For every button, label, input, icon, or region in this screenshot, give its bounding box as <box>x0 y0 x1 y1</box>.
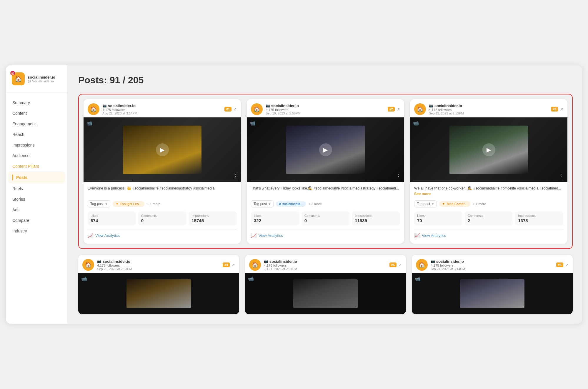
avatar: 🏠 <box>12 72 25 85</box>
card-media-1: 📹 ▶ ⋮ <box>84 117 241 182</box>
card-avatar-1: 🏠 <box>88 103 99 115</box>
view-analytics-button-2[interactable]: 📈 View Analytics <box>251 231 283 240</box>
sidebar-item-stories[interactable]: Stories <box>8 194 65 205</box>
external-link-icon-6[interactable]: ↗ <box>565 262 569 267</box>
stat-box-comments-1: Comments 0 <box>138 212 186 225</box>
post-card-4: 🏠 📷 socialinsider.io 4,175 followers Sep… <box>78 255 239 314</box>
card-profile-3: 📷 socialinsider.io 4,175 followers Sep 1… <box>429 104 548 115</box>
sidebar-item-engagement[interactable]: Engagement <box>8 119 65 129</box>
tag-more-1: + 1 more <box>147 202 160 206</box>
rank-badge-1: #1 <box>224 107 231 112</box>
card-stats-1: Likes 674 Comments 0 Impressions 15745 <box>88 212 237 225</box>
external-link-icon-1[interactable]: ↗ <box>233 107 237 112</box>
card-header-4: 🏠 📷 socialinsider.io 4,175 followers Sep… <box>78 255 239 273</box>
sidebar-item-label: Content <box>12 111 27 116</box>
stat-label-likes-1: Likes <box>91 214 133 217</box>
card-avatar-2: 🏠 <box>251 103 263 115</box>
post-card-6: 🏠 📷 socialinsider.io 4,175 followers Jan… <box>412 255 573 314</box>
card-followers-3: 4,175 followers <box>429 108 548 112</box>
card-rank-5: #5 ↗ <box>389 262 402 267</box>
sidebar-item-ads[interactable]: Ads <box>8 205 65 215</box>
svg-point-1 <box>12 73 13 74</box>
more-options-2[interactable]: ⋮ <box>396 173 401 179</box>
card-header-1: 🏠 📷 socialinsider.io 4,175 followers Aug… <box>84 99 241 117</box>
sidebar-item-label: Reels <box>12 186 23 191</box>
sidebar-item-summary[interactable]: Summary <box>8 97 65 108</box>
sidebar-item-posts[interactable]: Posts <box>8 172 65 183</box>
page-title: Posts: 91 / 205 <box>78 75 573 86</box>
post-card-3: 🏠 📷 socialinsider.io 4,175 followers Sep… <box>410 99 567 244</box>
card-username-2: 📷 socialinsider.io <box>266 104 385 108</box>
card-rank-2: #2 ↗ <box>388 107 400 112</box>
card-stats-2: Likes 322 Comments 0 Impressions 11939 <box>251 212 400 225</box>
sidebar-item-reels[interactable]: Reels <box>8 183 65 194</box>
rank-badge-2: #2 <box>388 107 395 112</box>
sidebar-item-industry[interactable]: Industry <box>8 226 65 236</box>
progress-bar-1 <box>86 180 238 180</box>
card-tags-3: Tag post ▼ ✦ Tech Career... + 1 more <box>414 200 563 207</box>
play-button-3[interactable]: ▶ <box>482 143 495 156</box>
sidebar-item-reach[interactable]: Reach <box>8 129 65 140</box>
more-options-3[interactable]: ⋮ <box>559 173 564 179</box>
sidebar-item-compare[interactable]: Compare <box>8 215 65 226</box>
card-header-5: 🏠 📷 socialinsider.io 4,175 followers Jul… <box>245 255 406 273</box>
rank-badge-3: #3 <box>551 107 558 112</box>
sidebar-item-label: Audience <box>12 153 29 158</box>
card-body-1: Everyone is a princess! 👑 #socialmediali… <box>84 182 241 244</box>
card-rank-3: #3 ↗ <box>551 107 563 112</box>
sidebar-item-impressions[interactable]: Impressions <box>8 140 65 150</box>
media-content-4 <box>78 273 239 314</box>
card-date-3: Sep 12, 2023 at 2:53PM <box>429 112 548 115</box>
see-more-link-3[interactable]: See more <box>414 192 431 196</box>
stat-value-comments-2: 0 <box>304 218 347 223</box>
external-link-icon-5[interactable]: ↗ <box>398 262 402 267</box>
sidebar-item-label: Ads <box>12 207 19 212</box>
progress-bar-3 <box>413 180 564 180</box>
sidebar-item-audience[interactable]: Audience <box>8 150 65 161</box>
card-username-5: 📷 socialinsider.io <box>264 259 387 264</box>
stat-value-likes-1: 674 <box>91 218 133 223</box>
card-header-2: 🏠 📷 socialinsider.io 4,175 followers Sep… <box>247 99 404 117</box>
play-button-2[interactable]: ▶ <box>319 143 332 156</box>
play-button-1[interactable]: ▶ <box>156 143 169 156</box>
tag-pill-3[interactable]: ✦ Tech Career... <box>439 201 470 207</box>
card-profile-2: 📷 socialinsider.io 4,175 followers Sep 1… <box>266 104 385 115</box>
external-link-icon-4[interactable]: ↗ <box>231 262 235 267</box>
stat-value-comments-3: 2 <box>468 218 510 223</box>
tag-post-selector-1[interactable]: Tag post ▼ <box>88 200 110 207</box>
stat-label-comments-3: Comments <box>468 214 510 217</box>
sidebar-item-content-pillars[interactable]: Content Pillars <box>8 161 65 172</box>
tag-post-selector-2[interactable]: Tag post ▼ <box>251 200 274 207</box>
main-content: Posts: 91 / 205 🏠 📷 socialinsider.io 4,1… <box>68 65 582 324</box>
sidebar-profile-name: socialinsider.io <box>28 75 55 79</box>
sidebar-profile-handle: @ /socialinsider.io <box>28 79 55 83</box>
sidebar-item-label: Stories <box>12 197 25 202</box>
progress-bar-2 <box>250 180 401 180</box>
sidebar-item-content[interactable]: Content <box>8 108 65 119</box>
card-username-6: 📷 socialinsider.io <box>431 259 553 264</box>
stat-box-impressions-3: Impressions 1378 <box>515 212 563 225</box>
top-posts-region: 🏠 📷 socialinsider.io 4,175 followers Aug… <box>78 94 573 249</box>
rank-badge-4: #4 <box>223 262 230 267</box>
tag-pill-2[interactable]: A socialmedia... <box>276 201 306 207</box>
stat-value-impressions-1: 15745 <box>191 218 234 223</box>
card-username-1: 📷 socialinsider.io <box>102 104 221 108</box>
tag-icon-2: A <box>279 202 281 206</box>
external-link-icon-2[interactable]: ↗ <box>397 107 400 112</box>
view-analytics-button-1[interactable]: 📈 View Analytics <box>88 231 120 240</box>
external-link-icon-3[interactable]: ↗ <box>560 107 563 112</box>
stat-value-likes-3: 70 <box>417 218 459 223</box>
tag-pill-1[interactable]: ✦ Thought Lea... <box>113 201 144 207</box>
tag-post-selector-3[interactable]: Tag post ▼ <box>414 200 437 207</box>
analytics-icon-1: 📈 <box>88 233 94 238</box>
stat-box-likes-3: Likes 70 <box>414 212 462 225</box>
sidebar-item-label: Compare <box>12 218 29 223</box>
card-followers-6: 4,175 followers <box>431 264 553 267</box>
card-username-4: 📷 socialinsider.io <box>97 259 220 264</box>
stat-box-likes-2: Likes 322 <box>251 212 299 225</box>
view-analytics-button-3[interactable]: 📈 View Analytics <box>414 231 446 240</box>
more-options-1[interactable]: ⋮ <box>233 173 238 179</box>
post-card-1: 🏠 📷 socialinsider.io 4,175 followers Aug… <box>84 99 241 244</box>
active-indicator <box>12 174 13 180</box>
sidebar-item-label: Posts <box>16 175 27 180</box>
